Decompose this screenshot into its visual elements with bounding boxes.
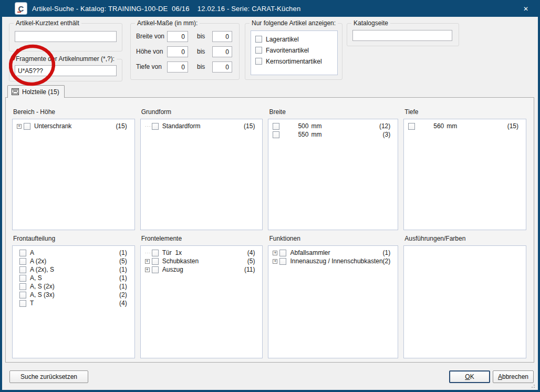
kurztext-input[interactable]: [15, 31, 117, 42]
panel-bereich-hoehe: Bereich - Höhe+Unterschrank(15): [12, 108, 135, 230]
list-item[interactable]: ····Tür 1x(4): [141, 249, 263, 257]
funktionen-listbox[interactable]: +Abfallsammler(1)+Innenauszug / Innensch…: [268, 245, 398, 358]
item-label: A: [30, 249, 34, 256]
panel-label: Frontelemente: [141, 235, 263, 243]
to-input[interactable]: [212, 31, 232, 42]
filter-option[interactable]: Kernsortimentartikel: [251, 56, 337, 67]
expand-icon[interactable]: +: [145, 267, 150, 272]
checkbox[interactable]: [152, 250, 159, 256]
grundform-listbox[interactable]: ····Standardform(15): [140, 119, 263, 230]
list-item[interactable]: T(4): [13, 299, 134, 307]
from-input[interactable]: [167, 31, 188, 42]
checkbox[interactable]: [152, 123, 159, 130]
panel-label: Funktionen: [269, 235, 398, 243]
bis-label: bis: [197, 48, 205, 55]
ok-button[interactable]: OK: [449, 370, 490, 383]
list-item[interactable]: +Innenauszug / Innenschubkasten(2): [268, 257, 398, 265]
checkbox[interactable]: [255, 58, 262, 65]
expand-icon[interactable]: +: [273, 259, 277, 264]
checkbox[interactable]: [19, 275, 26, 282]
list-item[interactable]: 500mm(12): [268, 122, 398, 130]
panel-label: Frontaufteilung: [13, 235, 135, 243]
fragmente-artikelnummer-input[interactable]: [15, 65, 117, 76]
filter-listbox[interactable]: LagerartikelFavoritenartikelKernsortimen…: [251, 30, 338, 75]
checkbox[interactable]: [279, 250, 286, 256]
item-label: A, S (2x): [30, 283, 55, 290]
to-input[interactable]: [212, 46, 232, 57]
item-unit: mm: [446, 122, 457, 130]
group-label: Katalogseite: [351, 19, 390, 27]
list-item[interactable]: A (2x)(5): [13, 257, 134, 265]
item-count: (2): [119, 291, 134, 298]
from-input[interactable]: [167, 46, 188, 57]
list-item[interactable]: +Unterschrank(15): [13, 122, 134, 130]
to-input[interactable]: [212, 61, 232, 73]
cancel-button[interactable]: Abbrechen: [493, 370, 534, 383]
checkbox[interactable]: [152, 266, 159, 273]
measure-row: Breite vonbis: [131, 31, 239, 42]
list-item[interactable]: +Auszug(11): [141, 265, 263, 274]
list-item[interactable]: A, S (3x)(2): [13, 291, 134, 299]
resize-grip[interactable]: [529, 383, 535, 388]
bereich-hoehe-listbox[interactable]: +Unterschrank(15): [12, 119, 135, 230]
item-label: Favoritenartikel: [266, 47, 309, 54]
list-item[interactable]: +Abfallsammler(1): [268, 249, 398, 257]
expand-icon[interactable]: +: [17, 124, 22, 129]
panel-label: Ausführungen/Farben: [404, 235, 526, 243]
expand-icon[interactable]: +: [273, 251, 277, 255]
checkbox[interactable]: [19, 292, 26, 298]
item-count: (1): [119, 249, 134, 256]
tab-holzteile[interactable]: Holzteile (15): [7, 85, 65, 98]
group-label: Fragmente der Artikelnummer (*,?):: [14, 55, 117, 63]
cabinet-icon: [11, 88, 19, 96]
item-label: Kernsortimentartikel: [266, 58, 322, 65]
breite-listbox[interactable]: 500mm(12)550mm(3): [268, 119, 398, 230]
katalogseite-input[interactable]: [352, 30, 452, 41]
close-icon[interactable]: ✕: [521, 4, 531, 14]
checkbox[interactable]: [273, 123, 279, 130]
from-input[interactable]: [167, 61, 188, 73]
list-item[interactable]: A, S(1): [13, 274, 134, 282]
group-artikel-masse: Artikel-Maße (in mm): Breite vonbisHöhe …: [130, 23, 240, 80]
group-artikel-filter: Nur folgende Artikel anzeigen: Lagerarti…: [245, 23, 342, 80]
checkbox[interactable]: [19, 300, 26, 307]
item-label: Unterschrank: [34, 122, 71, 130]
filter-option[interactable]: Lagerartikel: [251, 34, 337, 45]
item-count: (5): [247, 257, 263, 265]
list-item[interactable]: 560mm(15): [404, 122, 526, 130]
frontaufteilung-listbox[interactable]: A(1)A (2x)(5)A (2x), S(1)A, S(1)A, S (2x…: [12, 245, 135, 358]
list-item[interactable]: A (2x), S(1): [13, 265, 134, 274]
checkbox[interactable]: [152, 258, 159, 265]
list-item[interactable]: A, S (2x)(1): [13, 282, 134, 291]
checkbox[interactable]: [273, 131, 279, 138]
list-item[interactable]: +Schubkasten(5): [141, 257, 263, 265]
checkbox[interactable]: [19, 283, 26, 290]
frontelemente-listbox[interactable]: ····Tür 1x(4)+Schubkasten(5)+Auszug(11): [140, 245, 263, 358]
checkbox[interactable]: [19, 258, 26, 265]
item-count: (15): [116, 122, 134, 130]
list-item[interactable]: A(1): [13, 249, 134, 257]
item-count: (15): [507, 122, 526, 130]
expand-icon[interactable]: +: [145, 259, 150, 264]
tab-label: Holzteile (15): [22, 88, 59, 96]
checkbox[interactable]: [255, 36, 262, 43]
filter-option[interactable]: Favoritenartikel: [251, 45, 337, 56]
panel-breite: Breite500mm(12)550mm(3): [268, 108, 398, 230]
checkbox[interactable]: [408, 123, 415, 130]
checkbox[interactable]: [24, 123, 30, 130]
item-label: Lagerartikel: [266, 36, 299, 43]
list-item[interactable]: ····Standardform(15): [141, 122, 263, 130]
group-artikel-kurztext: Artikel-Kurztext enthält: [9, 23, 122, 51]
checkbox[interactable]: [19, 266, 26, 273]
checkbox[interactable]: [19, 250, 26, 256]
list-item[interactable]: 550mm(3): [268, 130, 398, 139]
item-count: (5): [119, 257, 134, 265]
window-title: Artikel-Suche - Katalog: TRAINING-100-DE…: [32, 5, 300, 13]
ausfuehrungen-farben-listbox[interactable]: [403, 245, 526, 358]
tiefe-listbox[interactable]: 560mm(15): [403, 119, 526, 230]
checkbox[interactable]: [255, 47, 262, 54]
item-count: (3): [383, 131, 398, 138]
checkbox[interactable]: [279, 258, 286, 265]
bis-label: bis: [197, 63, 205, 70]
reset-search-button[interactable]: Suche zurücksetzen: [9, 370, 88, 383]
